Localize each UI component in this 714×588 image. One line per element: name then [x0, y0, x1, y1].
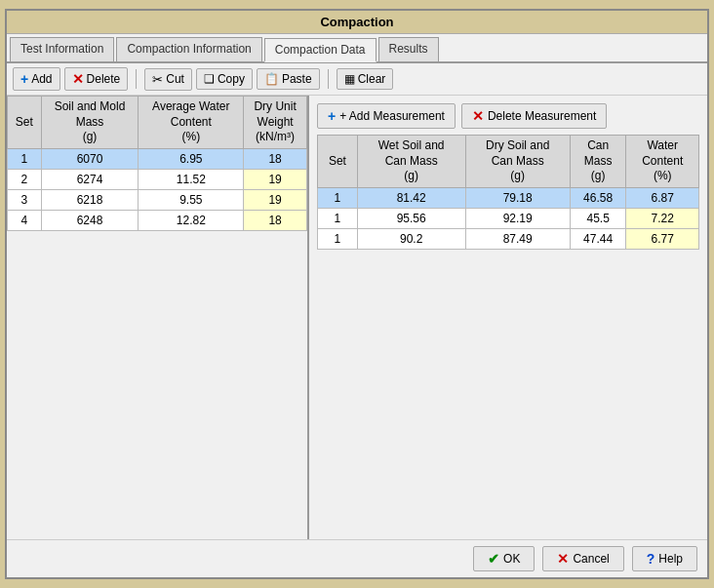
right-col-wet: Wet Soil andCan Mass(g)	[357, 136, 465, 188]
cell-water: 6.87	[626, 187, 699, 208]
cell-set: 1	[318, 228, 358, 249]
cell-avg-water: 9.55	[139, 189, 244, 210]
tab-test-information[interactable]: Test Information	[10, 37, 114, 61]
cell-set: 4	[8, 210, 42, 230]
cell-set: 1	[318, 187, 358, 208]
left-col-avg-water: Average WaterContent(%)	[139, 97, 244, 149]
left-table: Set Soil and MoldMass(g) Average WaterCo…	[7, 96, 307, 231]
table-row[interactable]: 4 6248 12.82 18	[8, 210, 307, 230]
left-table-body: 1 6070 6.95 18 2 6274 11.52 19 3	[8, 148, 307, 230]
left-col-dry-unit: Dry UnitWeight(kN/m³)	[244, 97, 307, 149]
tab-compaction-data[interactable]: Compaction Data	[264, 38, 377, 62]
clear-button[interactable]: ▦ Clear	[337, 68, 394, 90]
cell-dry-unit: 18	[244, 210, 307, 230]
cell-avg-water: 12.82	[139, 210, 244, 230]
help-icon: ?	[647, 551, 655, 567]
delete-measurement-button[interactable]: ✕ Delete Measurement	[461, 103, 607, 129]
cell-set: 1	[318, 208, 358, 228]
add-measurement-icon: +	[328, 108, 336, 124]
footer: ✔ OK ✕ Cancel ? Help	[7, 539, 707, 577]
right-panel: + + Add Measurement ✕ Delete Measurement…	[309, 96, 707, 539]
cell-water: 7.22	[626, 208, 699, 228]
left-col-soil-mold: Soil and MoldMass(g)	[41, 97, 139, 149]
copy-icon: ❑	[204, 72, 215, 86]
tab-compaction-information[interactable]: Compaction Information	[116, 37, 261, 61]
copy-button[interactable]: ❑ Copy	[196, 68, 253, 90]
table-row[interactable]: 1 90.2 87.49 47.44 6.77	[318, 228, 699, 249]
cell-set: 1	[8, 148, 42, 169]
left-table-wrap: Set Soil and MoldMass(g) Average WaterCo…	[7, 96, 307, 539]
scissors-icon: ✂	[152, 72, 163, 87]
title-bar: Compaction	[7, 11, 707, 34]
cell-soil-mold: 6274	[41, 169, 139, 189]
main-window: Compaction Test Information Compaction I…	[5, 9, 709, 579]
add-measurement-button[interactable]: + + Add Measurement	[317, 103, 456, 129]
delete-icon: ✕	[72, 71, 84, 87]
cell-water: 6.77	[626, 228, 699, 249]
right-table-wrap: Set Wet Soil andCan Mass(g) Dry Soil and…	[317, 135, 699, 531]
window-title: Compaction	[320, 15, 393, 29]
table-row[interactable]: 2 6274 11.52 19	[8, 169, 307, 189]
cut-button[interactable]: ✂ Cut	[144, 68, 192, 91]
tab-results[interactable]: Results	[378, 37, 439, 61]
help-button[interactable]: ? Help	[632, 546, 697, 571]
paste-icon: 📋	[264, 72, 279, 86]
right-col-water: WaterContent(%)	[626, 136, 699, 188]
table-row[interactable]: 3 6218 9.55 19	[8, 189, 307, 210]
separator-1	[136, 69, 137, 89]
cell-can: 45.5	[570, 208, 626, 228]
cell-dry: 92.19	[465, 208, 570, 228]
clear-icon: ▦	[344, 72, 355, 86]
cell-can: 46.58	[570, 187, 626, 208]
delete-button[interactable]: ✕ Delete	[64, 67, 129, 91]
cell-dry-unit: 19	[244, 169, 307, 189]
table-row[interactable]: 1 81.42 79.18 46.58 6.87	[318, 187, 699, 208]
toolbar: + Add ✕ Delete ✂ Cut ❑ Copy 📋 Paste ▦ Cl…	[7, 63, 707, 96]
cell-avg-water: 11.52	[139, 169, 244, 189]
cell-avg-water: 6.95	[139, 148, 244, 169]
cell-wet: 95.56	[357, 208, 465, 228]
tab-bar: Test Information Compaction Information …	[7, 34, 707, 63]
cell-soil-mold: 6070	[41, 148, 139, 169]
cell-set: 2	[8, 169, 42, 189]
cancel-button[interactable]: ✕ Cancel	[542, 546, 623, 571]
add-button[interactable]: + Add	[13, 67, 60, 91]
cell-soil-mold: 6218	[41, 189, 139, 210]
cancel-icon: ✕	[557, 551, 569, 567]
left-panel: Set Soil and MoldMass(g) Average WaterCo…	[7, 96, 309, 539]
separator-2	[328, 69, 329, 89]
cell-dry: 87.49	[465, 228, 570, 249]
cell-dry-unit: 18	[244, 148, 307, 169]
ok-button[interactable]: ✔ OK	[473, 546, 535, 571]
right-col-set: Set	[318, 136, 358, 188]
cell-can: 47.44	[570, 228, 626, 249]
cell-soil-mold: 6248	[41, 210, 139, 230]
table-row[interactable]: 1 6070 6.95 18	[8, 148, 307, 169]
check-icon: ✔	[488, 551, 499, 567]
right-col-can: CanMass(g)	[570, 136, 626, 188]
delete-measurement-icon: ✕	[472, 108, 484, 124]
cell-dry-unit: 19	[244, 189, 307, 210]
content-area: Set Soil and MoldMass(g) Average WaterCo…	[7, 96, 707, 539]
cell-wet: 90.2	[357, 228, 465, 249]
cell-set: 3	[8, 189, 42, 210]
cell-wet: 81.42	[357, 187, 465, 208]
right-table: Set Wet Soil andCan Mass(g) Dry Soil and…	[317, 135, 699, 250]
right-toolbar: + + Add Measurement ✕ Delete Measurement	[317, 103, 699, 129]
right-table-body: 1 81.42 79.18 46.58 6.87 1 95.56 92.19 4…	[318, 187, 699, 249]
paste-button[interactable]: 📋 Paste	[257, 68, 320, 90]
right-col-dry: Dry Soil andCan Mass(g)	[465, 136, 570, 188]
table-row[interactable]: 1 95.56 92.19 45.5 7.22	[318, 208, 699, 228]
plus-icon: +	[20, 71, 28, 87]
left-col-set: Set	[8, 97, 42, 149]
cell-dry: 79.18	[465, 187, 570, 208]
